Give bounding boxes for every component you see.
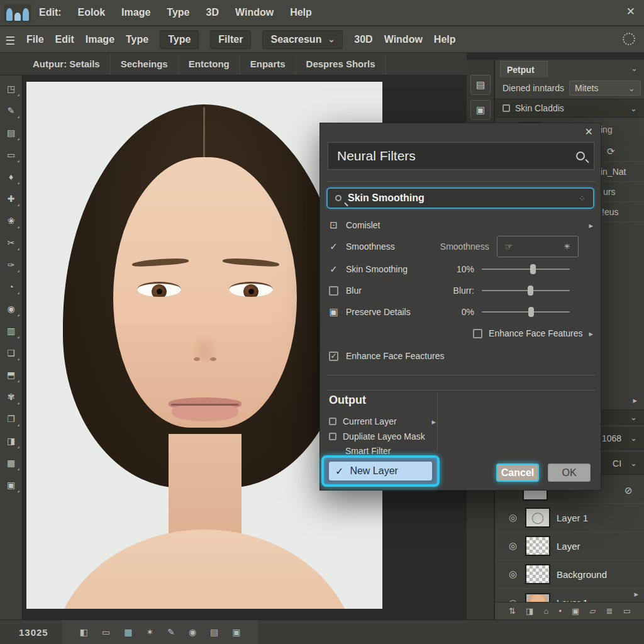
menu-window[interactable]: Window [235, 7, 274, 18]
menu-image[interactable]: Image [121, 7, 150, 18]
tab-exports[interactable]: Enparts [240, 53, 296, 75]
checkbox-unchecked[interactable] [329, 418, 336, 425]
skin-channels-row[interactable]: Skin Claddis ⌄ [495, 99, 644, 118]
text-tool-icon[interactable]: ⬒ [3, 367, 19, 383]
zoom-level[interactable]: 13025 [19, 627, 48, 638]
adjustment-layer-icon[interactable]: ▣ [572, 606, 579, 616]
tab-settings[interactable]: Secheings [111, 53, 179, 75]
image-icon[interactable]: ▣ [232, 627, 240, 637]
pen-tool-icon[interactable]: ✎ [3, 103, 19, 119]
menu-help[interactable]: Help [290, 7, 312, 18]
checkbox-unchecked[interactable] [329, 286, 338, 296]
dodge-tool-icon[interactable]: ❏ [3, 345, 19, 361]
layer-row[interactable]: ◎ Layer [495, 532, 644, 560]
cancel-button[interactable]: Cancel [496, 464, 539, 482]
brush-tool-icon[interactable]: ❀ [3, 213, 19, 229]
menu2-type-boxed[interactable]: Type [160, 30, 199, 49]
delete-layer-icon[interactable]: ▭ [623, 606, 631, 616]
visibility-icon[interactable]: ◎ [509, 512, 519, 523]
enhance-face-checked-row[interactable]: ✓ Enhance Face Feactures [329, 347, 593, 365]
tab-functions[interactable]: Entctong [179, 53, 240, 75]
menu-type[interactable]: Type [167, 7, 189, 18]
menu2-filter-boxed[interactable]: Filter [210, 30, 251, 49]
visibility-off-icon[interactable]: ⊘ [625, 485, 635, 496]
enhance-face-row[interactable]: Enhance Face Features ▸ [329, 325, 593, 342]
layer-row[interactable]: ◎ ◯ Layer 1 [495, 504, 644, 532]
filter-row-comislet[interactable]: ⊡ Comislet ▸ [329, 216, 593, 234]
menu2-file[interactable]: File [26, 34, 44, 45]
smoothness-control[interactable]: ☞ ✳ [497, 236, 579, 257]
timer-icon[interactable]: ✶ [146, 627, 153, 637]
checkbox-unchecked[interactable] [473, 329, 482, 338]
clone-tool-icon[interactable]: ✂ [3, 235, 19, 251]
blur-slider[interactable] [482, 290, 570, 291]
new-group-icon[interactable]: ▱ [590, 606, 596, 616]
skin-smoothing-slider[interactable] [482, 269, 570, 270]
menu2-image[interactable]: Image [86, 34, 114, 45]
crop-tool-icon[interactable]: ▭ [3, 147, 19, 163]
new-layer-icon[interactable]: ≣ [606, 606, 613, 616]
checkbox-checked[interactable]: ✓ [329, 352, 338, 361]
preserve-details-slider[interactable] [482, 311, 570, 313]
move-tool-icon[interactable]: ◳ [3, 80, 19, 97]
layer-thumbnail[interactable] [525, 536, 550, 556]
layer-style-icon[interactable]: ◨ [526, 606, 533, 616]
filter-row-skin-smoothing[interactable]: ✓ Skin Smoothing 10% [329, 260, 593, 278]
sync-settings-icon[interactable] [623, 33, 635, 45]
hand-pan-icon[interactable]: ▭ [102, 627, 110, 637]
screen-mode-icon[interactable]: ▦ [124, 627, 132, 637]
eyedropper-tool-icon[interactable]: ♦ [3, 169, 19, 185]
menu2-30d[interactable]: 30D [354, 34, 372, 45]
gradient-tool-icon[interactable]: ◉ [3, 301, 19, 317]
chevron-down-icon[interactable]: ⌄ [631, 64, 638, 73]
zoom-tool-icon[interactable]: ◨ [3, 433, 19, 449]
ok-button[interactable]: OK [548, 464, 591, 482]
hand-tool-icon[interactable]: ❐ [3, 411, 19, 427]
filter-search-input[interactable]: Skin Smoothing ⁘ [326, 187, 594, 209]
output-new-layer-selected[interactable]: ✓ New Layer [321, 455, 440, 487]
hamburger-menu-icon[interactable]: ☰ [5, 34, 15, 48]
layer-thumbnail[interactable] [525, 564, 550, 584]
healing-tool-icon[interactable]: ✚ [3, 191, 19, 207]
tab-output-details[interactable]: Autpur: Setails [23, 53, 111, 75]
menu2-window[interactable]: Window [384, 34, 423, 45]
record-icon[interactable]: ◉ [189, 627, 196, 637]
history-brush-tool-icon[interactable]: ✑ [3, 257, 19, 273]
blur-tool-icon[interactable]: ▥ [3, 323, 19, 339]
frame-tool-icon[interactable]: ▣ [3, 477, 19, 493]
checkbox-unchecked[interactable] [329, 433, 336, 440]
menu2-edit[interactable]: Edit [55, 34, 74, 45]
marquee-tool-icon[interactable]: ▤ [3, 125, 19, 141]
menu-3d[interactable]: 3D [206, 7, 219, 18]
link-layers-icon[interactable]: ⇅ [509, 606, 516, 616]
adjust-icon[interactable]: ⁘ [579, 194, 586, 203]
eraser-tool-icon[interactable]: ◔ [3, 279, 19, 295]
adjustments-panel-icon[interactable]: ▤ [470, 75, 491, 95]
libraries-panel-icon[interactable]: ▣ [470, 100, 491, 120]
filter-row-smoothness[interactable]: ✓ Smoothness Smoothness ☞ ✳ [329, 238, 593, 255]
layer-thumbnail[interactable]: ◯ [525, 508, 550, 528]
search-icon[interactable] [576, 152, 585, 160]
layers-expand-row[interactable]: ▸ [495, 587, 644, 601]
pencil-icon[interactable]: ✎ [167, 627, 175, 637]
filter-row-preserve-details[interactable]: ▣ Preserve Details 0% [329, 303, 593, 321]
visibility-icon[interactable]: ◎ [509, 569, 519, 580]
menu2-type[interactable]: Type [126, 34, 148, 45]
menu2-dropdown[interactable]: Seacresun ⌄ [262, 30, 343, 49]
filter-row-blur[interactable]: Blur Blurr: [329, 282, 593, 299]
menu-edit[interactable]: Edit: [39, 7, 62, 18]
mask-tool-icon[interactable]: ▦ [3, 455, 19, 471]
tab-shortcuts[interactable]: Despres Shorls [296, 53, 386, 75]
shape-tool-icon[interactable]: ✾ [3, 389, 19, 405]
visibility-icon[interactable]: ◎ [509, 540, 519, 552]
layer-row[interactable]: ◎ Background [495, 560, 644, 589]
menu2-help[interactable]: Help [434, 34, 456, 45]
folder-icon[interactable]: ▤ [210, 627, 218, 637]
blend-mode-dropdown[interactable]: Mitets ⌄ [569, 80, 641, 96]
layout-icon[interactable]: ◧ [80, 627, 88, 637]
tab-output-panel[interactable]: Petput [500, 61, 548, 77]
layer-mask-icon[interactable]: ⌂ [543, 606, 548, 616]
dialog-close-icon[interactable]: ✕ [585, 126, 593, 138]
window-close-icon[interactable]: ✕ [626, 5, 635, 18]
menu-eolok[interactable]: Eolok [78, 7, 106, 18]
